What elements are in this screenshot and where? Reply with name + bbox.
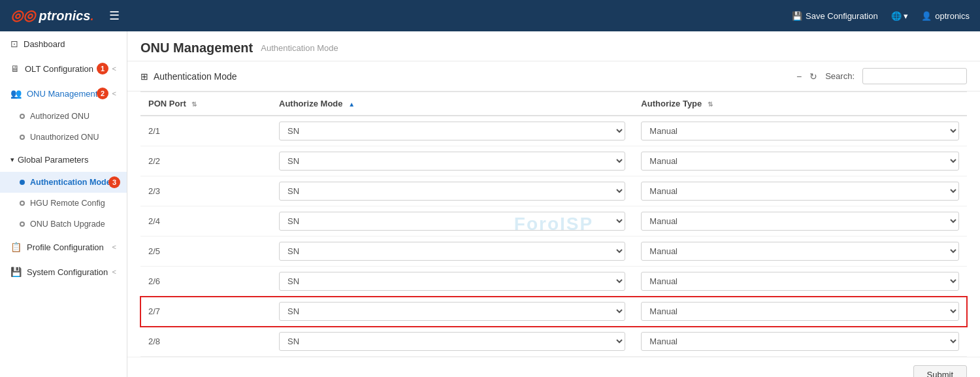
authorize-mode-select-3[interactable]: SNPasswordSN+Password bbox=[279, 212, 625, 231]
authorize-type-cell-6[interactable]: ManualAuto bbox=[633, 297, 967, 327]
unauthorized-onu-dot bbox=[20, 135, 25, 140]
authorize-mode-select-5[interactable]: SNPasswordSN+Password bbox=[279, 272, 625, 291]
refresh-action-icon[interactable]: ↻ bbox=[809, 71, 817, 82]
authorize-mode-cell-2[interactable]: SNPasswordSN+Password bbox=[271, 176, 633, 206]
hamburger-icon[interactable]: ☰ bbox=[109, 8, 120, 23]
sidebar-label-onu: ONU Management bbox=[27, 89, 97, 99]
authorize-type-cell-7[interactable]: ManualAuto bbox=[633, 327, 967, 357]
sidebar-item-profile-config[interactable]: 📋 Profile Configuration < bbox=[0, 235, 127, 259]
authorize-type-select-3[interactable]: ManualAuto bbox=[641, 212, 959, 231]
sidebar-item-dashboard[interactable]: ⊡ Dashboard bbox=[0, 31, 127, 56]
auth-mode-badge: 3 bbox=[108, 176, 120, 188]
sidebar-item-hgu-remote-config[interactable]: HGU Remote Config bbox=[0, 193, 127, 214]
pon-port-cell-3: 2/4 bbox=[140, 206, 271, 237]
onu-icon: 👥 bbox=[10, 88, 22, 99]
authorize-mode-select-7[interactable]: SNPasswordSN+Password bbox=[279, 332, 625, 351]
auth-mode-label: Authentication Mode bbox=[30, 178, 111, 187]
profile-icon: 📋 bbox=[10, 242, 22, 252]
authorize-mode-select-6[interactable]: SNPasswordSN+Password bbox=[279, 302, 625, 321]
profile-config-chevron: < bbox=[112, 243, 116, 251]
minus-action-icon[interactable]: − bbox=[796, 71, 802, 82]
sidebar-item-unauthorized-onu[interactable]: Unauthorized ONU bbox=[0, 127, 127, 148]
logo: ◎◎ ptronics. ☰ bbox=[10, 7, 120, 24]
authorize-mode-cell-5[interactable]: SNPasswordSN+Password bbox=[271, 267, 633, 297]
user-menu[interactable]: 👤 optronics bbox=[921, 11, 970, 21]
authorize-type-select-0[interactable]: ManualAuto bbox=[641, 122, 959, 140]
section-title-text: Authentication Mode bbox=[154, 71, 237, 82]
pon-port-cell-5: 2/6 bbox=[140, 267, 271, 297]
authorize-mode-cell-4[interactable]: SNPasswordSN+Password bbox=[271, 237, 633, 267]
authorize-mode-cell-1[interactable]: SNPasswordSN+Password bbox=[271, 146, 633, 176]
authorize-type-cell-5[interactable]: ManualAuto bbox=[633, 267, 967, 297]
table-header: PON Port ⇅ Authorize Mode ▲ Authorize Ty… bbox=[140, 92, 967, 116]
authorize-type-cell-1[interactable]: ManualAuto bbox=[633, 146, 967, 176]
globe-icon[interactable]: 🌐 ▾ bbox=[891, 11, 909, 21]
authorize-type-sort-icon[interactable]: ⇅ bbox=[708, 101, 713, 108]
section-actions: − ↻ Search: bbox=[796, 68, 967, 84]
authorize-type-select-4[interactable]: ManualAuto bbox=[641, 242, 959, 261]
search-label: Search: bbox=[825, 71, 855, 81]
logo-brand: ◎◎ ptronics. bbox=[10, 7, 93, 24]
table-container: ForoISP PON Port ⇅ Authorize Mode ▲ bbox=[140, 91, 967, 357]
authorize-type-select-2[interactable]: ManualAuto bbox=[641, 182, 959, 201]
authorize-type-cell-3[interactable]: ManualAuto bbox=[633, 206, 967, 237]
authorize-type-select-6[interactable]: ManualAuto bbox=[641, 302, 959, 321]
hgu-dot bbox=[20, 201, 25, 206]
authorize-mode-label: Authorize Mode bbox=[279, 99, 343, 108]
authorize-mode-cell-0[interactable]: SNPasswordSN+Password bbox=[271, 116, 633, 146]
save-configuration-button[interactable]: 💾 Save Configuration bbox=[792, 11, 878, 21]
table-wrapper: ForoISP PON Port ⇅ Authorize Mode ▲ bbox=[127, 91, 980, 357]
col-header-authorize-mode[interactable]: Authorize Mode ▲ bbox=[271, 92, 633, 116]
authorize-mode-cell-3[interactable]: SNPasswordSN+Password bbox=[271, 206, 633, 237]
section-title: ⊞ Authentication Mode bbox=[140, 71, 237, 82]
authorize-mode-select-0[interactable]: SNPasswordSN+Password bbox=[279, 122, 625, 140]
pon-port-sort-icon[interactable]: ⇅ bbox=[191, 101, 197, 108]
sidebar-label-olt: OLT Configuration bbox=[25, 64, 93, 74]
authorize-mode-cell-6[interactable]: SNPasswordSN+Password bbox=[271, 297, 633, 327]
sidebar-item-olt-config[interactable]: 🖥 OLT Configuration 1 < bbox=[0, 56, 127, 81]
sidebar-item-authentication-mode[interactable]: Authentication Mode 3 bbox=[0, 172, 127, 193]
authorize-mode-select-1[interactable]: SNPasswordSN+Password bbox=[279, 152, 625, 171]
save-icon: 💾 bbox=[792, 11, 802, 21]
main-content: ONU Management Authentication Mode ⊞ Aut… bbox=[127, 31, 980, 377]
pon-port-cell-7: 2/8 bbox=[140, 327, 271, 357]
sidebar-item-authorized-onu[interactable]: Authorized ONU bbox=[0, 106, 127, 127]
sidebar-item-system-config[interactable]: 💾 System Configuration < bbox=[0, 259, 127, 284]
authorize-type-cell-4[interactable]: ManualAuto bbox=[633, 237, 967, 267]
sidebar-item-onu-management[interactable]: 👥 ONU Management 2 < bbox=[0, 81, 127, 106]
authorize-mode-cell-7[interactable]: SNPasswordSN+Password bbox=[271, 327, 633, 357]
sidebar-item-onu-batch-upgrade[interactable]: ONU Batch Upgrade bbox=[0, 214, 127, 235]
global-params-chevron-down: ▾ bbox=[10, 156, 14, 164]
pon-port-cell-4: 2/5 bbox=[140, 237, 271, 267]
page-header: ONU Management Authentication Mode bbox=[127, 31, 980, 61]
section-header: ⊞ Authentication Mode − ↻ Search: bbox=[127, 61, 980, 91]
sidebar: ⊡ Dashboard 🖥 OLT Configuration 1 < 👥 ON… bbox=[0, 31, 127, 377]
sidebar-item-global-params[interactable]: ▾ Global Parameters bbox=[0, 148, 127, 172]
page-subtitle: Authentication Mode bbox=[261, 43, 338, 53]
authorize-type-select-1[interactable]: ManualAuto bbox=[641, 152, 959, 171]
pon-port-label: PON Port bbox=[148, 99, 186, 108]
table-row: 2/5SNPasswordSN+PasswordManualAuto bbox=[140, 237, 967, 267]
authorize-type-cell-0[interactable]: ManualAuto bbox=[633, 116, 967, 146]
col-header-authorize-type[interactable]: Authorize Type ⇅ bbox=[633, 92, 967, 116]
authorize-mode-select-4[interactable]: SNPasswordSN+Password bbox=[279, 242, 625, 261]
pon-port-cell-2: 2/3 bbox=[140, 176, 271, 206]
authorize-mode-select-2[interactable]: SNPasswordSN+Password bbox=[279, 182, 625, 201]
col-header-pon-port[interactable]: PON Port ⇅ bbox=[140, 92, 271, 116]
authorize-type-cell-2[interactable]: ManualAuto bbox=[633, 176, 967, 206]
hgu-label: HGU Remote Config bbox=[30, 199, 105, 208]
table-row: 2/4SNPasswordSN+PasswordManualAuto bbox=[140, 206, 967, 237]
submit-button[interactable]: Submit bbox=[913, 365, 967, 377]
table-row: 2/3SNPasswordSN+PasswordManualAuto bbox=[140, 176, 967, 206]
olt-badge: 1 bbox=[97, 63, 108, 74]
authorize-type-select-7[interactable]: ManualAuto bbox=[641, 332, 959, 351]
authorized-onu-label: Authorized ONU bbox=[30, 112, 90, 121]
onu-chevron: < bbox=[112, 90, 116, 97]
authorize-mode-sort-icon[interactable]: ▲ bbox=[348, 101, 355, 108]
authorize-type-select-5[interactable]: ManualAuto bbox=[641, 272, 959, 291]
pon-port-cell-0: 2/1 bbox=[140, 116, 271, 146]
table-row: 2/6SNPasswordSN+PasswordManualAuto bbox=[140, 267, 967, 297]
submit-row: Submit bbox=[127, 357, 980, 377]
table-row: 2/2SNPasswordSN+PasswordManualAuto bbox=[140, 146, 967, 176]
search-input[interactable] bbox=[862, 68, 967, 84]
